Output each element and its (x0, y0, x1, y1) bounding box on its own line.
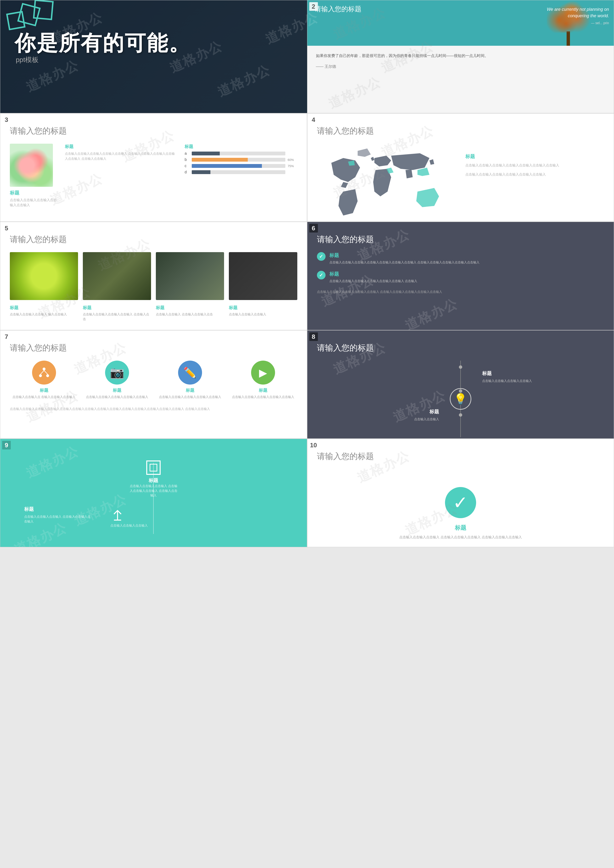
big-check-icon: ✓ (445, 487, 476, 518)
slide-10-title: 请输入您的标题 (317, 451, 605, 462)
slide-5-item-0-text: 点击输入点击输入点击输入 输入点击输入 (10, 312, 78, 317)
bar-label-d: d (185, 170, 189, 174)
slide-3-section-2: 标题 a b (185, 144, 297, 176)
slide-3-section-1-text: 点击输入点击输入点击输入点击输入点击输入 点击输入点击输入点击输入点击输入点击输… (65, 151, 177, 161)
slide-9: 9 标题 点击输入点击输入点击输入 点击输入点击输入点击输入 点击输入点击输入 … (0, 439, 307, 547)
slide-7-icon-2: ✏️ 标题 点击输入点击输入点击输入点击输入点击输入 (156, 360, 224, 399)
slide-7-icons: 标题 点击输入点击输入点 击输入点击输入点击输入 📷 标题 点击输入点击输入点击… (10, 360, 297, 399)
slide-3-section-1: 标题 点击输入点击输入点击输入点击输入点击输入 点击输入点击输入点击输入点击输入… (65, 144, 177, 176)
bar-fill-b (192, 158, 248, 161)
slide-6-check-1: 标题 点击输入点击输入点击输入点击输入点击输入点击输入 点击输入 (317, 271, 605, 284)
slide-5-item-0: 标题 点击输入点击输入点击输入 输入点击输入 (10, 305, 78, 321)
slide-3-section-2-title: 标题 (185, 144, 297, 149)
lime-detail (10, 252, 78, 300)
slide-2-body: 如果你发费了自己的年龄，那是很可悲的，因为你的青春只能持续一点儿时间——很短的一… (307, 46, 614, 76)
slide-3-title: 请输入您的标题 (10, 126, 297, 137)
s9-top-item: 标题 点击输入点击输入点击输入 点击输入点击输入点击输入 点击输入点击输入 (130, 460, 177, 498)
progress-bars: a b 60% (185, 151, 297, 174)
slide-5-item-3: 标题 点击输入点击输入点击输入 (229, 305, 297, 321)
slide-2-quote-text: We are currently not planning on conquer… (542, 6, 609, 19)
bulb-icon: 💡 (450, 388, 471, 410)
world-map (317, 144, 456, 220)
bar-row-b: b 60% (185, 158, 297, 162)
slide-6-checks: 标题 点击输入点击输入点击输入点击输入点击输入点击输入点击输入 点击输入点击输入… (317, 252, 605, 284)
slide-5: 5 请输入您的标题 标题 点击输入点击输入点击输入 输入点击输入 标题 点击输入… (0, 222, 307, 330)
slide-number-4: 4 (309, 115, 318, 124)
play-icon: ▶ (251, 360, 275, 385)
slide-9-content: 标题 点击输入点击输入点击输入 点击输入点击输入点击输入 点击输入点击输入 标题… (10, 449, 297, 537)
slide-7-footer: 点击输入点击输入点击输入点击输入点击输入点击输入点击输入点击输入点击输入点击输入… (10, 407, 297, 411)
timeline-item-right-top: 标题 点击输入点击输入点击输入点击输入 (475, 370, 532, 384)
slide-7-icon-0-title: 标题 (10, 387, 78, 393)
bar-track-c (192, 164, 285, 168)
svg-line-4 (44, 370, 48, 374)
slide-4-map-label: 标题 (465, 153, 605, 160)
slide-3-content: 标题 点击输入点击输入点击输入点击输入点击输入 标题 点击输入点击输入点击输入点… (10, 144, 297, 208)
s9-mid-item: 标题 点击输入点击输入点击输入 点击输入点击输入点击输入 (24, 506, 91, 524)
slide-7: 7 请输入您的标题 标题 点击输入点击输入点 击输入点击输入点击输入 (0, 330, 307, 439)
wm-s6-3: 道格办公 (402, 295, 460, 330)
slide-3-left-desc: 点击输入点击输入点击输入点击输入点击输入 (10, 197, 58, 208)
bar-fill-d (192, 170, 211, 174)
slide-3-left-label: 标题 (10, 189, 58, 196)
slide-7-icon-3-text: 点击输入点击输入点击输入点击输入点击输入 (229, 394, 297, 399)
slide-5-item-1: 标题 点击输入点击输入点击输入点击输入 点击输入点击 (83, 305, 151, 321)
slide-2: 2 请输入您的标题 We are currently not planning … (307, 0, 614, 113)
slide-number-7: 7 (2, 332, 11, 341)
bar-track-b (192, 158, 285, 161)
slide-8-timeline: 💡 标题 点击输入点击输入点击输入点击输入 标题 点击输入点击输入 (317, 360, 605, 437)
slide-5-item-1-title: 标题 (83, 305, 151, 311)
slide-6-check-0-title: 标题 (329, 252, 480, 259)
s9-inner-square (150, 464, 157, 472)
tree-trunk (567, 31, 570, 46)
slide-3-image (10, 144, 53, 187)
slide-5-img-dark (229, 252, 297, 300)
slide-number-5: 5 (2, 224, 11, 233)
slide-4-text-area: 标题 点击输入点击输入点击输入点击输入点击输入点击输入点击输入 点击输入点击输入… (465, 144, 605, 177)
s9-arrow-area: 点击输入点击输入点击输入 (110, 508, 148, 528)
slide-5-item-3-text: 点击输入点击输入点击输入 (229, 312, 297, 317)
slide-5-labels: 标题 点击输入点击输入点击输入 输入点击输入 标题 点击输入点击输入点击输入点击… (10, 305, 297, 321)
bar-row-a: a (185, 151, 297, 156)
s9-mid-text: 点击输入点击输入点击输入 点击输入点击输入点击输入 (24, 514, 91, 524)
s9-square-icon (146, 460, 161, 475)
slide-5-img-avocado (83, 252, 151, 300)
check-icon-1 (317, 271, 326, 279)
slide-10-check-title: 标题 (455, 524, 466, 531)
slide-5-item-2-title: 标题 (156, 305, 224, 311)
slide-number-3: 3 (2, 115, 11, 124)
slide-number-2: 2 (309, 2, 318, 11)
teal-decoration-2 (33, 0, 54, 20)
slide-10-check-text: 点击输入点击输入点击输入 点击输入点击输入点击输入 点击输入点击输入点击输入 (399, 534, 522, 540)
slide-7-icon-1: 📷 标题 点击输入点击输入点击输入点击输入点击输入 (83, 360, 151, 399)
bar-track-d (192, 170, 285, 174)
s9-top-title: 标题 (130, 477, 177, 484)
slide-1-subtitle: ppt模板 (16, 55, 39, 64)
pencil-icon: ✏️ (178, 360, 202, 385)
bar-track-a (192, 152, 285, 155)
flower-image (10, 144, 53, 187)
svg-point-2 (46, 374, 49, 377)
bar-label-a: a (185, 151, 189, 156)
slide-6: 6 请输入您的标题 标题 点击输入点击输入点击输入点击输入点击输入点击输入点击输… (307, 222, 614, 330)
slide-3-section-1-title: 标题 (65, 144, 177, 149)
timeline-right-top-title: 标题 (482, 370, 532, 377)
world-map-svg (317, 144, 456, 220)
slide-1-main-title: 你是所有的可能。 (15, 29, 191, 57)
timeline-right-top-text: 点击输入点击输入点击输入点击输入 (482, 379, 532, 384)
wm-s2-3: 道格办公 (325, 73, 384, 113)
slide-6-footer: 点击输入点击输入点击输入点击输入点击输入 点击输入点击输入点击输入点击输入点击输… (317, 289, 605, 295)
slide-8: 8 请输入您的标题 💡 标题 点击输入点击输入点击输入点击输入 标题 点击输入点… (307, 330, 614, 439)
slide-number-9: 9 (2, 441, 11, 449)
timeline-left-bot-text: 点击输入点击输入 (414, 417, 439, 422)
slide-7-icon-2-title: 标题 (156, 387, 224, 393)
slide-2-quote-author: — sel... prin (542, 21, 609, 25)
slide-10-content: ✓ 标题 点击输入点击输入点击输入 点击输入点击输入点击输入 点击输入点击输入点… (317, 469, 605, 547)
slide-7-icon-1-text: 点击输入点击输入点击输入点击输入点击输入 (83, 394, 151, 399)
slide-10: 10 请输入您的标题 ✓ 标题 点击输入点击输入点击输入 点击输入点击输入点击输… (307, 439, 614, 547)
slide-5-title: 请输入您的标题 (10, 234, 297, 245)
slide-6-check-0-content: 标题 点击输入点击输入点击输入点击输入点击输入点击输入点击输入 点击输入点击输入… (329, 252, 480, 265)
s9-mid-title: 标题 (24, 506, 91, 512)
slide-4-map-text2: 点击输入点击输入点击输入点击输入点击输入点击输入 (465, 172, 605, 177)
bar-pct-b: 60% (288, 158, 297, 161)
